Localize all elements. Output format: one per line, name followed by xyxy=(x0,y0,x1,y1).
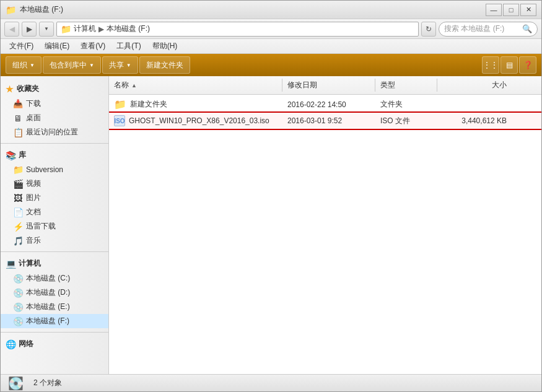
address-path[interactable]: 📁 计算机 ▶ 本地磁盘 (F:) xyxy=(56,22,419,37)
menu-bar: 文件(F) 编辑(E) 查看(V) 工具(T) 帮助(H) xyxy=(1,39,541,54)
drive-f-label: 本地磁盘 (F:) xyxy=(26,316,69,326)
sidebar-item-pictures[interactable]: 🖼 图片 xyxy=(1,191,108,205)
back-button[interactable]: ◀ xyxy=(4,22,19,37)
drive-e-icon: 💿 xyxy=(13,302,23,312)
file-size xyxy=(437,103,512,106)
menu-edit[interactable]: 编辑(E) xyxy=(40,40,74,53)
column-header: 名称 ▲ 修改日期 类型 大小 xyxy=(109,76,541,95)
pictures-label: 图片 xyxy=(26,193,41,203)
table-row[interactable]: ISO GHOST_WIN10_PRO_X86_V2016_03.iso 201… xyxy=(109,113,541,129)
network-label: 网络 xyxy=(19,339,33,349)
music-label: 音乐 xyxy=(26,235,41,246)
recent-label: 最近访问的位置 xyxy=(26,127,78,137)
view-toggle-icon: ▤ xyxy=(506,61,513,69)
menu-tools[interactable]: 工具(T) xyxy=(111,40,146,53)
dropdown-icon: ▼ xyxy=(44,26,49,32)
view-options-button[interactable]: ⋮⋮ xyxy=(482,56,499,74)
subversion-icon: 📁 xyxy=(13,165,23,175)
sidebar-item-recent[interactable]: 📋 最近访问的位置 xyxy=(1,125,108,139)
search-box[interactable]: 搜索 本地磁盘 (F:) 🔍 xyxy=(439,22,538,37)
sidebar-item-documents[interactable]: 📄 文档 xyxy=(1,205,108,219)
forward-button[interactable]: ▶ xyxy=(22,22,37,37)
path-part-drive: 本地磁盘 (F:) xyxy=(107,24,150,34)
sidebar-item-drive-e[interactable]: 💿 本地磁盘 (E:) xyxy=(1,300,108,314)
share-button[interactable]: 共享 ▼ xyxy=(102,56,138,74)
sidebar-item-downloads[interactable]: 📥 下载 xyxy=(1,97,108,111)
drive-c-icon: 💿 xyxy=(13,274,23,284)
file-type: ISO 文件 xyxy=(375,115,437,128)
favorites-label: 收藏夹 xyxy=(17,84,39,94)
sidebar-section-network: 🌐 网络 xyxy=(1,336,108,352)
title-bar-left: 📁 本地磁盘 (F:) xyxy=(6,4,63,15)
drive-e-label: 本地磁盘 (E:) xyxy=(26,302,70,312)
column-modified[interactable]: 修改日期 xyxy=(282,79,375,92)
library-label: 库 xyxy=(19,150,26,160)
network-icon: 🌐 xyxy=(6,339,15,349)
menu-view[interactable]: 查看(V) xyxy=(76,40,110,53)
minimize-button[interactable]: — xyxy=(486,4,502,16)
library-header: 📚 库 xyxy=(1,147,108,163)
share-label: 共享 xyxy=(109,60,124,71)
file-type: 文件夹 xyxy=(375,98,437,111)
recent-icon: 📋 xyxy=(13,128,23,137)
path-part-computer: 计算机 xyxy=(74,24,96,34)
sidebar-item-drive-f[interactable]: 💿 本地磁盘 (F:) xyxy=(1,314,108,328)
favorites-header: ★ 收藏夹 xyxy=(1,81,108,97)
thunder-icon: ⚡ xyxy=(13,222,23,232)
sidebar-item-drive-d[interactable]: 💿 本地磁盘 (D:) xyxy=(1,285,108,300)
file-name: GHOST_WIN10_PRO_X86_V2016_03.iso xyxy=(129,116,269,125)
sidebar-item-videos[interactable]: 🎬 视频 xyxy=(1,176,108,191)
organize-button[interactable]: 组织 ▼ xyxy=(6,56,42,74)
computer-header: 💻 计算机 xyxy=(1,256,108,271)
refresh-icon: ↻ xyxy=(426,25,432,33)
file-date: 2016-03-01 9:52 xyxy=(282,115,375,126)
menu-file[interactable]: 文件(F) xyxy=(4,40,38,53)
share-dropdown-arrow: ▼ xyxy=(126,63,131,68)
sidebar-item-thunder[interactable]: ⚡ 迅雷下载 xyxy=(1,219,108,233)
music-icon: 🎵 xyxy=(13,236,23,246)
refresh-button[interactable]: ↻ xyxy=(421,22,436,37)
view-options-icon: ⋮⋮ xyxy=(483,61,498,69)
column-type[interactable]: 类型 xyxy=(375,79,437,92)
organize-dropdown-arrow: ▼ xyxy=(30,63,35,68)
library-icon: 📚 xyxy=(6,150,15,160)
folder-icon: 📁 xyxy=(61,24,71,34)
menu-help[interactable]: 帮助(H) xyxy=(147,40,183,53)
network-header: 🌐 网络 xyxy=(1,336,108,352)
drive-f-icon: 💿 xyxy=(13,316,23,326)
file-name-cell: ISO GHOST_WIN10_PRO_X86_V2016_03.iso xyxy=(109,114,282,128)
forward-icon: ▶ xyxy=(27,25,32,33)
maximize-button[interactable]: □ xyxy=(503,4,519,16)
back-icon: ◀ xyxy=(9,25,15,33)
column-size[interactable]: 大小 xyxy=(437,79,512,92)
path-separator: ▶ xyxy=(98,25,104,33)
include-in-library-button[interactable]: 包含到库中 ▼ xyxy=(43,56,101,74)
dropdown-button[interactable]: ▼ xyxy=(39,22,54,37)
column-type-label: 类型 xyxy=(380,81,395,89)
close-button[interactable]: ✕ xyxy=(520,4,536,16)
favorites-star-icon: ★ xyxy=(6,84,14,94)
help-button[interactable]: ❓ xyxy=(519,56,536,74)
file-name: 新建文件夹 xyxy=(130,99,167,110)
folder-icon: 📁 xyxy=(114,98,126,110)
sidebar-item-subversion[interactable]: 📁 Subversion xyxy=(1,163,108,176)
address-bar: ◀ ▶ ▼ 📁 计算机 ▶ 本地磁盘 (F:) ↻ 搜索 本地磁盘 (F:) 🔍 xyxy=(1,19,541,39)
view-toggle-button[interactable]: ▤ xyxy=(500,56,518,74)
sort-arrow-icon: ▲ xyxy=(131,82,137,89)
drive-d-icon: 💿 xyxy=(13,288,23,298)
subversion-label: Subversion xyxy=(26,165,63,174)
sidebar-section-favorites: ★ 收藏夹 📥 下载 🖥 桌面 📋 最近访问的位置 xyxy=(1,81,108,139)
main-area: ★ 收藏夹 📥 下载 🖥 桌面 📋 最近访问的位置 📚 库 xyxy=(1,76,541,374)
column-name[interactable]: 名称 ▲ xyxy=(109,79,282,92)
sidebar: ★ 收藏夹 📥 下载 🖥 桌面 📋 最近访问的位置 📚 库 xyxy=(1,76,109,374)
sidebar-item-desktop[interactable]: 🖥 桌面 xyxy=(1,111,108,125)
sidebar-item-music[interactable]: 🎵 音乐 xyxy=(1,233,108,248)
downloads-icon: 📥 xyxy=(13,99,23,108)
videos-label: 视频 xyxy=(26,178,41,189)
new-folder-button[interactable]: 新建文件夹 xyxy=(139,56,190,74)
column-size-label: 大小 xyxy=(492,81,507,89)
sidebar-item-drive-c[interactable]: 💿 本地磁盘 (C:) xyxy=(1,271,108,285)
table-row[interactable]: 📁 新建文件夹 2016-02-22 14:50 文件夹 xyxy=(109,96,541,113)
search-icon[interactable]: 🔍 xyxy=(522,24,532,33)
desktop-icon: 🖥 xyxy=(13,113,23,123)
